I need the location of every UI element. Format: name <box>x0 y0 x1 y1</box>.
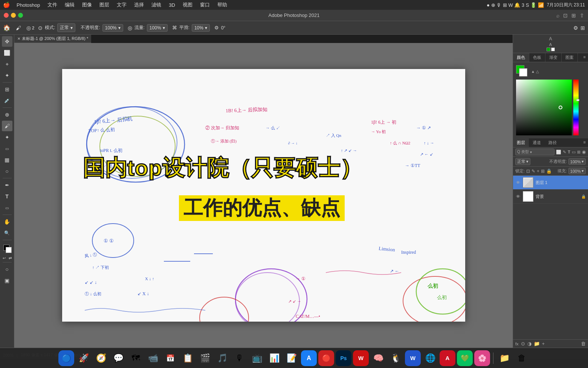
document-tab[interactable]: 未标题-1 @ 200% (图层 1, RGB/8) * <box>22 36 88 41</box>
menu-photoshop[interactable]: Photoshop <box>14 2 43 9</box>
dock-qq[interactable]: 🐧 <box>388 350 403 366</box>
color-picker-handle[interactable] <box>559 106 562 109</box>
maximize-button[interactable] <box>18 13 23 18</box>
dock-wps-word[interactable]: W <box>405 350 421 366</box>
dock-finder2[interactable]: 📁 <box>496 350 512 366</box>
layers-type-filter[interactable]: Q 类型 ▾ <box>515 149 554 155</box>
smooth-dropdown[interactable]: 10% ▾ <box>192 24 210 32</box>
select-rect-tool[interactable]: ⬜ <box>2 48 12 58</box>
blend-mode-dropdown[interactable]: 正常 ▾ <box>515 158 530 165</box>
menu-layer[interactable]: 图层 <box>97 1 112 9</box>
lock-artboard-icon[interactable]: + <box>537 169 539 174</box>
dock-pages[interactable]: 📝 <box>284 350 299 366</box>
toolbar-grid-icon[interactable]: ⊞ <box>571 12 576 18</box>
add-mask-icon[interactable]: ⊙ <box>521 341 525 347</box>
menu-3d[interactable]: 3D <box>166 2 178 9</box>
pen-tool[interactable]: ✒ <box>2 180 12 190</box>
close-button[interactable] <box>4 13 9 18</box>
dock-trash[interactable]: 🗑 <box>514 350 530 366</box>
screen-mode-icon[interactable]: ▣ <box>2 275 12 286</box>
flow-airbrush-icon[interactable]: ◎ <box>128 25 132 31</box>
panel-toggle-icon[interactable]: A <box>549 42 552 47</box>
bg-swatch[interactable] <box>519 68 527 77</box>
new-group-icon[interactable]: 📁 <box>534 341 540 347</box>
clone-tool[interactable]: ✦ <box>2 132 12 143</box>
layer-filter-toggle[interactable]: ◉ <box>582 149 586 155</box>
layers-panel-menu[interactable]: ≡ <box>581 138 588 147</box>
dock-apple-tv[interactable]: 🎬 <box>197 350 213 366</box>
color-fg-bg[interactable] <box>516 65 528 77</box>
delete-layer-icon[interactable]: 🗑 <box>581 341 586 347</box>
layer-filter-smart[interactable]: ⊞ <box>577 150 580 155</box>
extra-options2-icon[interactable]: ⊞ <box>580 25 585 31</box>
zoom-tool[interactable]: 🔍 <box>2 228 12 238</box>
shape-tool[interactable]: ▭ <box>2 202 12 213</box>
text-tool[interactable]: T <box>2 191 12 202</box>
hand-tool[interactable]: ✋ <box>2 216 12 227</box>
tab-close-icon[interactable]: ✕ <box>17 37 20 41</box>
home-icon[interactable]: 🏠 <box>3 24 11 31</box>
dock-safari[interactable]: 🧭 <box>93 350 109 366</box>
dock-unknown2[interactable]: 🌸 <box>474 350 490 366</box>
dock-chrome[interactable]: 🌐 <box>422 350 438 366</box>
extra-options-icon[interactable]: ⚙ <box>573 25 578 31</box>
lock-pixel-icon[interactable]: ⊡ <box>526 169 530 174</box>
toolbar-search-icon[interactable]: ⌕ <box>556 12 559 18</box>
dock-facetime[interactable]: 📹 <box>145 350 161 366</box>
fill-dropdown[interactable]: 100% ▾ <box>568 168 586 174</box>
menu-edit[interactable]: 编辑 <box>62 1 77 9</box>
dock-bilibili[interactable]: 📺 <box>249 350 265 366</box>
toolbar-upload-icon[interactable]: ⇧ <box>580 12 584 18</box>
dock-unknown1[interactable]: 🔴 <box>318 350 334 366</box>
mode-dropdown[interactable]: 正常 ▾ <box>57 23 75 32</box>
dock-acrobat[interactable]: A <box>440 350 455 366</box>
reset-colors-icon[interactable]: ↩ <box>2 255 7 261</box>
layer-filter-text[interactable]: T <box>568 150 570 154</box>
canvas-area[interactable]: 1β! 6上→ 后拟机 TOP↑ 么 么初 toPR t. 么初 ↗ 入 ↙ 1… <box>14 43 513 348</box>
lock-position-icon[interactable]: ✎ <box>531 169 535 174</box>
eraser-tool[interactable]: ▭ <box>2 143 12 154</box>
dock-launchpad[interactable]: 🚀 <box>76 350 92 366</box>
dock-music[interactable]: 🎵 <box>214 350 230 366</box>
layer1-visibility[interactable]: 👁 <box>515 180 521 185</box>
flow-dropdown[interactable]: 100% ▾ <box>147 24 168 32</box>
color-selector[interactable] <box>2 243 12 254</box>
menu-text[interactable]: 文字 <box>114 1 129 9</box>
bg-color-mini[interactable] <box>551 48 555 51</box>
layer-opacity-dropdown[interactable]: 100% ▾ <box>568 158 586 165</box>
lock-icon[interactable]: 🔒 <box>546 169 552 174</box>
dock-messages[interactable]: 💬 <box>110 350 126 366</box>
lasso-tool[interactable]: ⌖ <box>2 59 12 69</box>
tab-layers[interactable]: 图层 <box>513 138 529 147</box>
menu-image[interactable]: 图像 <box>79 1 95 9</box>
dock-appstore[interactable]: A <box>301 350 317 366</box>
canvas-container[interactable]: 1β! 6上→ 后拟机 TOP↑ 么 么初 toPR t. 么初 ↗ 入 ↙ 1… <box>62 69 465 322</box>
menu-view[interactable]: 视图 <box>180 1 195 9</box>
dock-finder[interactable]: 🔵 <box>58 350 74 366</box>
color-icon1[interactable]: ▲ <box>531 69 535 74</box>
dock-maps[interactable]: 🗺 <box>128 350 144 366</box>
dock-calendar[interactable]: 📅 <box>162 350 178 366</box>
toolbar-share-icon[interactable]: ⊡ <box>563 12 568 18</box>
dock-photoshop[interactable]: Ps <box>336 350 351 366</box>
tab-paths[interactable]: 路径 <box>545 138 561 147</box>
move-tool[interactable]: ✥ <box>2 36 12 47</box>
swap-colors-icon[interactable]: ⇄ <box>8 255 13 261</box>
minimize-button[interactable] <box>11 13 16 18</box>
adjustment-layer-icon[interactable]: ◑ <box>527 341 531 347</box>
menu-help[interactable]: 帮助 <box>215 1 230 9</box>
hue-slider[interactable] <box>573 80 579 135</box>
background-color-swatch[interactable] <box>6 247 12 253</box>
color-gradient-picker[interactable] <box>516 80 572 135</box>
tab-swatches[interactable]: 色板 <box>529 53 545 62</box>
lock-all-icon[interactable]: ⊞ <box>541 169 545 174</box>
dock-wps[interactable]: W <box>353 350 369 366</box>
brush-tool[interactable]: 🖌 <box>2 121 12 131</box>
menu-select[interactable]: 选择 <box>131 1 147 9</box>
brush-size-icon[interactable]: ◎ <box>26 25 31 31</box>
panel-menu-icon[interactable]: ≡ <box>581 53 588 62</box>
layer-filter-adjust[interactable]: ✎ <box>563 150 566 155</box>
layer-item-background[interactable]: 👁 背景 🔒 <box>513 190 588 204</box>
tab-gradient[interactable]: 渐变 <box>545 53 562 62</box>
magic-wand-tool[interactable]: ✦ <box>2 70 12 81</box>
